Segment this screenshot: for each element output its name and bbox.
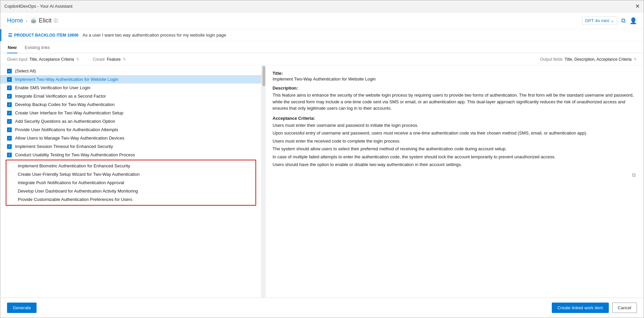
acceptance-criteria-list: Users must enter their username and pass… — [273, 122, 637, 168]
list-item[interactable]: ✓Create User Interface for Two-Way Authe… — [0, 109, 261, 117]
output-fields-section: Output fields Title, Description, Accept… — [540, 57, 637, 62]
list-item[interactable]: ✓Implement Session Timeout for Enhanced … — [0, 142, 261, 151]
item-text: Develop User Dashboard for Authenticatio… — [18, 189, 138, 194]
create-value: Feature — [107, 57, 121, 62]
given-input-value: Title, Acceptance Criteria — [30, 57, 74, 62]
breadcrumb: Home › 🤖 Elicit ⓘ — [7, 17, 58, 24]
breadcrumb-current: 🤖 Elicit ⓘ — [30, 17, 58, 24]
list-item[interactable]: ✓Enable SMS Verification for User Login — [0, 84, 261, 92]
checkbox[interactable]: ✓ — [7, 127, 12, 132]
work-item-link[interactable]: ☰ PRODUCT BACKLOG ITEM 10606 — [8, 33, 78, 38]
item-text: Create User Interface for Two-Way Authen… — [15, 110, 123, 115]
checkbox[interactable]: ✓ — [7, 77, 12, 82]
detail-description-label: Description: — [273, 86, 298, 91]
given-input-section: Given input Title, Acceptance Criteria ✎ — [7, 57, 79, 62]
footer: Generate Create linked work item Cancel — [0, 298, 644, 318]
copy-pages-icon[interactable]: ⧉ — [621, 17, 626, 24]
list-item[interactable]: Develop User Dashboard for Authenticatio… — [6, 187, 255, 195]
detail-acceptance-label: Acceptance Criteria: — [273, 116, 315, 121]
page-title: Elicit — [39, 17, 52, 24]
acceptance-criteria-item: In case of multiple failed attempts to e… — [273, 154, 637, 160]
checkbox[interactable]: ✓ — [7, 102, 12, 107]
copy-icon[interactable]: ⧉ — [632, 172, 636, 178]
item-text: Implement Biometric Authentication for E… — [18, 163, 130, 168]
checkbox[interactable]: ✓ — [7, 119, 12, 124]
chevron-down-icon: ⌄ — [610, 18, 614, 23]
list-item[interactable]: ✓Provide User Notifications for Authenti… — [0, 125, 261, 134]
work-item-bar: ☰ PRODUCT BACKLOG ITEM 10606 As a user I… — [0, 29, 644, 41]
detail-description-value: This feature aims to enhance the securit… — [273, 92, 637, 112]
detail-title-value: Implement Two-Way Authentication for Web… — [273, 76, 637, 82]
list-item[interactable]: ✓Integrate Email Verification as a Secon… — [0, 92, 261, 100]
checkbox[interactable]: ✓ — [7, 69, 12, 73]
footer-left: Generate — [7, 303, 37, 313]
info-icon[interactable]: ⓘ — [54, 18, 58, 24]
create-label: Create — [93, 57, 105, 62]
checkbox[interactable]: ✓ — [7, 144, 12, 149]
app-window: Copilot4DevOps - Your AI Assistant ✕ Hom… — [0, 0, 644, 318]
header-right: GPT 4o mini ⌄ ⧉ 👤 — [582, 16, 637, 25]
acceptance-criteria-item: The system should allow users to select … — [273, 146, 637, 152]
list-items-container: ✓(Select All)✓Implement Two-Way Authenti… — [0, 67, 261, 159]
list-item[interactable]: Create User-Friendly Setup Wizard for Tw… — [6, 170, 255, 178]
window-title: Copilot4DevOps - Your AI Assistant — [4, 4, 72, 9]
checkbox[interactable]: ✓ — [7, 136, 12, 141]
list-item[interactable]: ✓Allow Users to Manage Two-Way Authentic… — [0, 134, 261, 142]
toolbar: Given input Title, Acceptance Criteria ✎… — [0, 53, 644, 65]
output-fields-edit-icon[interactable]: ✎ — [634, 57, 637, 62]
item-text: Conduct Usability Testing for Two-Way Au… — [15, 152, 135, 157]
checkbox[interactable]: ✓ — [7, 94, 12, 99]
create-section: Create Feature ✎ — [93, 57, 126, 62]
item-text: Add Security Questions as an Authenticat… — [15, 119, 115, 124]
list-item[interactable]: ✓(Select All) — [0, 67, 261, 75]
tab-new[interactable]: New — [7, 42, 17, 53]
acceptance-criteria-item: Users must enter the received code to co… — [273, 138, 637, 145]
right-panel: Title: Implement Two-Way Authentication … — [266, 65, 644, 298]
gpt-model-selector[interactable]: GPT 4o mini ⌄ — [582, 16, 617, 25]
checkbox[interactable]: ✓ — [7, 111, 12, 115]
scroll-thumb[interactable] — [262, 66, 265, 86]
left-panel: ✓(Select All)✓Implement Two-Way Authenti… — [0, 65, 262, 298]
item-text: Develop Backup Codes for Two-Way Authent… — [15, 102, 115, 107]
title-bar: Copilot4DevOps - Your AI Assistant ✕ — [0, 0, 644, 12]
cancel-button[interactable]: Cancel — [612, 303, 637, 313]
vertical-scrollbar[interactable] — [262, 65, 266, 298]
item-text: Allow Users to Manage Two-Way Authentica… — [15, 136, 124, 141]
work-item-title: As a user I want two way authentication … — [82, 33, 226, 38]
list-item[interactable]: Provide Customizable Authentication Pref… — [6, 195, 255, 204]
list-item[interactable]: Implement Biometric Authentication for E… — [6, 162, 255, 170]
given-input-label: Given input — [7, 57, 27, 62]
output-fields-value: Title, Description, Acceptance Criteria — [565, 57, 632, 62]
list-item[interactable]: ✓Implement Two-Way Authentication for We… — [0, 75, 261, 84]
item-text: Integrate Push Notifications for Authent… — [18, 180, 124, 185]
close-icon[interactable]: ✕ — [635, 3, 640, 9]
create-linked-work-item-button[interactable]: Create linked work item — [552, 303, 609, 313]
output-fields-label: Output fields — [540, 57, 563, 62]
given-input-edit-icon[interactable]: ✎ — [76, 57, 79, 62]
main-content: ✓(Select All)✓Implement Two-Way Authenti… — [0, 65, 644, 298]
list-item[interactable]: ✓Conduct Usability Testing for Two-Way A… — [0, 151, 261, 159]
footer-right: Create linked work item Cancel — [552, 303, 637, 313]
item-text: Implement Two-Way Authentication for Web… — [15, 77, 118, 82]
create-edit-icon[interactable]: ✎ — [123, 57, 126, 62]
tab-existing-links[interactable]: Existing links — [24, 42, 51, 53]
elicit-icon: 🤖 — [30, 17, 37, 24]
list-item[interactable]: ✓Develop Backup Codes for Two-Way Authen… — [0, 100, 261, 109]
generate-button[interactable]: Generate — [7, 303, 37, 313]
acceptance-criteria-item: Users must enter their username and pass… — [273, 122, 637, 129]
list-item[interactable]: ✓Add Security Questions as an Authentica… — [0, 117, 261, 125]
user-icon[interactable]: 👤 — [630, 17, 637, 24]
item-text: (Select All) — [15, 68, 36, 73]
tab-bar: New Existing links — [0, 41, 644, 53]
checkbox[interactable]: ✓ — [7, 153, 12, 157]
breadcrumb-home[interactable]: Home — [7, 17, 23, 24]
detail-acceptance-section: Acceptance Criteria: Users must enter th… — [273, 116, 637, 168]
red-box-group: Implement Biometric Authentication for E… — [6, 160, 256, 206]
item-text: Provide Customizable Authentication Pref… — [18, 197, 132, 202]
detail-description-section: Description: This feature aims to enhanc… — [273, 86, 637, 112]
detail-title-section: Title: Implement Two-Way Authentication … — [273, 71, 637, 82]
checkbox[interactable]: ✓ — [7, 86, 12, 90]
detail-title-label: Title: — [273, 71, 283, 76]
gpt-model-label: GPT 4o mini — [585, 18, 609, 23]
list-item[interactable]: Integrate Push Notifications for Authent… — [6, 178, 255, 187]
